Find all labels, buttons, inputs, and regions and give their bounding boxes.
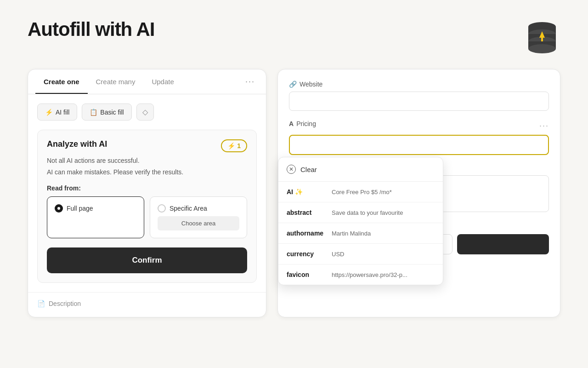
page-title: Autofill with AI [28,18,154,40]
badge-label: ⚡ 1 [227,142,241,150]
dropdown-item-3[interactable]: currency USD [278,244,443,264]
right-panel: 🔗 Website A Pricing ··· 📄 Description [277,69,560,317]
left-bottom: 📄 Description [28,292,266,315]
main-content: Create one Create many Update ··· ⚡ AI f… [0,64,588,322]
basic-fill-button[interactable]: 📋 Basic fill [82,104,131,121]
basic-fill-icon: 📋 [90,109,97,116]
description-label: Description [49,300,81,307]
tabs-more-button[interactable]: ··· [242,69,259,94]
pricing-label-text: Pricing [296,120,316,127]
pricing-input[interactable] [289,135,549,155]
description-icon: 📄 [37,300,45,307]
tab-update[interactable]: Update [143,70,182,94]
specific-area-row: Specific Area [158,204,239,213]
basic-fill-label: Basic fill [100,109,124,116]
pricing-header: A Pricing ··· [289,120,549,131]
analyze-header: Analyze with AI ⚡ 1 [47,139,247,152]
analyze-card: Analyze with AI ⚡ 1 Not all AI actions a… [37,130,257,283]
pricing-dropdown: ✕ Clear AI ✨ Core Free Pro $5 /mo* abstr… [278,157,443,285]
svg-point-6 [528,44,556,53]
full-page-option[interactable]: Full page [47,196,144,238]
pricing-field-group: A Pricing ··· [289,120,549,155]
analyze-title: Analyze with AI [47,139,107,149]
specific-area-radio [158,204,166,213]
full-page-row: Full page [55,204,136,213]
specific-area-option[interactable]: Specific Area Choose area [150,196,247,238]
pricing-more-button[interactable]: ··· [539,121,549,131]
dropdown-item-0[interactable]: AI ✨ Core Free Pro $5 /mo* [278,182,443,202]
dropdown-clear-button[interactable]: ✕ Clear [278,157,443,182]
tab-create-many[interactable]: Create many [88,70,144,94]
svg-rect-8 [541,38,543,41]
pricing-icon: A [289,120,294,127]
dropdown-item-4[interactable]: favicon https://powersave.pro/32-p... [278,264,443,285]
confirm-button[interactable]: Confirm [47,247,247,273]
fill-buttons-group: ⚡ AI fill 📋 Basic fill ◇ [37,104,257,121]
eraser-icon: ◇ [142,108,148,116]
specific-area-label: Specific Area [170,205,207,212]
dropdown-key-3: currency [287,250,328,258]
website-input[interactable] [289,92,549,111]
clear-x-icon: ✕ [287,165,296,174]
pricing-label: A Pricing [289,120,316,127]
ai-fill-label: AI fill [56,109,69,116]
choose-area-button[interactable]: Choose area [158,216,239,230]
website-label: 🔗 Website [289,80,549,88]
ai-fill-button[interactable]: ⚡ AI fill [37,104,77,121]
clear-label: Clear [300,166,317,173]
dropdown-val-1: Save data to your favourite [332,209,403,216]
panel-body: ⚡ AI fill 📋 Basic fill ◇ Analyze with AI… [28,94,266,292]
database-icon [524,18,560,55]
target-audience-dark-block [457,234,549,254]
tabs-bar: Create one Create many Update ··· [28,69,266,94]
full-page-label: Full page [67,205,93,212]
left-panel: Create one Create many Update ··· ⚡ AI f… [28,69,266,317]
dropdown-item-2[interactable]: authorname Martin Malinda [278,223,443,244]
tab-create-one[interactable]: Create one [35,70,88,94]
full-page-radio [55,204,63,213]
eraser-button[interactable]: ◇ [136,104,154,121]
page-header: Autofill with AI [0,0,588,64]
website-label-text: Website [300,80,322,88]
dropdown-key-4: favicon [287,271,328,278]
dropdown-val-0: Core Free Pro $5 /mo* [332,189,392,196]
analyze-desc1: Not all AI actions are successful. [47,156,247,166]
dropdown-val-3: USD [332,251,344,258]
dropdown-val-2: Martin Malinda [332,230,371,237]
ai-badge: ⚡ 1 [221,139,247,152]
dropdown-key-1: abstract [287,209,328,216]
lightning-icon: ⚡ [45,109,53,116]
website-field-group: 🔗 Website [289,80,549,111]
dropdown-val-4: https://powersave.pro/32-p... [332,271,407,278]
analyze-desc2: AI can make mistakes. Please verify the … [47,167,247,177]
read-options: Full page Specific Area Choose area [47,196,247,238]
dropdown-key-2: authorname [287,230,328,237]
read-from-label: Read from: [47,184,247,192]
dropdown-item-1[interactable]: abstract Save data to your favourite [278,202,443,223]
dropdown-key-0: AI ✨ [287,188,328,196]
website-icon: 🔗 [289,80,297,88]
